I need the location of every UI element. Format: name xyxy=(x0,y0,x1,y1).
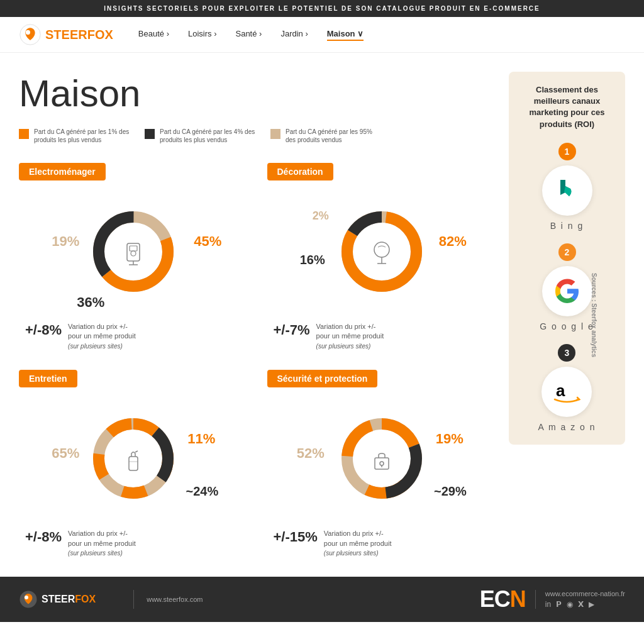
nav-item-jardin[interactable]: Jardin › xyxy=(280,29,308,41)
variation-value-securite: +/-15% xyxy=(274,529,318,545)
page-title: Maison xyxy=(19,72,496,115)
label-65: 65% xyxy=(52,445,79,462)
variation-decoration: +/-7% Variation du prix +/-pour un même … xyxy=(267,322,497,351)
nav-item-maison[interactable]: Maison ∨ xyxy=(327,29,364,41)
label-16: 16% xyxy=(300,253,325,267)
variation-value-electromenager: +/-8% xyxy=(25,322,62,338)
label-29: ~29% xyxy=(434,484,467,499)
youtube-icon[interactable]: ▶ xyxy=(589,600,594,609)
svg-point-10 xyxy=(131,251,136,256)
google-logo xyxy=(542,266,592,316)
footer-divider-1 xyxy=(133,590,134,609)
left-section: Maison Part du CA généré par les 1% des … xyxy=(19,72,496,558)
label-24: ~24% xyxy=(186,484,219,499)
amazon-logo: a xyxy=(541,367,592,417)
legend: Part du CA généré par les 1% des produit… xyxy=(19,128,496,144)
svg-point-1 xyxy=(26,30,30,35)
charts-grid: Electroménager 19% 45% 36% xyxy=(19,163,496,558)
bing-label: B i n g xyxy=(550,221,584,231)
chart-title-decoration: Décoration xyxy=(267,163,333,180)
legend-item-2: Part du CA généré par les 4% des produit… xyxy=(145,128,258,144)
variation-electromenager: +/-8% Variation du prix +/-pour un même … xyxy=(19,322,248,351)
chart-title-electromenager: Electroménager xyxy=(19,163,106,180)
nav-item-beaute[interactable]: Beauté › xyxy=(138,29,169,41)
top-banner: INSIGHTS SECTORIELS POUR EXPLOITER LE PO… xyxy=(0,0,644,17)
legend-text-2: Part du CA généré par les 4% des produit… xyxy=(160,128,258,144)
twitter-icon[interactable]: 𝗫 xyxy=(578,600,584,609)
chart-title-securite: Sécurité et protection xyxy=(267,370,378,387)
ecn-section: ECN xyxy=(480,586,526,613)
nav-item-sante[interactable]: Santé › xyxy=(235,29,262,41)
logo[interactable]: STEERFOX xyxy=(19,23,113,46)
bing-logo xyxy=(542,165,592,216)
securite-icon xyxy=(363,441,401,479)
variation-value-decoration: +/-7% xyxy=(274,322,310,338)
ranking-item-amazon: 3 a A m a z o n xyxy=(538,344,596,432)
nav-menu: Beauté › Loisirs › Santé › Jardin › Mais… xyxy=(138,29,364,41)
rank-badge-1: 1 xyxy=(558,143,576,160)
google-label: G o o g l e xyxy=(540,321,594,331)
ecn-website: www.ecommerce-nation.fr xyxy=(545,590,625,597)
pinterest-icon[interactable]: 𝗣 xyxy=(556,600,562,609)
ranking-item-google: 2 G o o g l e xyxy=(540,243,594,331)
svg-point-33 xyxy=(25,596,28,599)
rank-badge-2: 2 xyxy=(558,243,576,261)
legend-color-dark xyxy=(145,129,155,139)
amazon-label: A m a z o n xyxy=(538,422,596,432)
nav-item-loisirs[interactable]: Loisirs › xyxy=(188,29,217,41)
variation-value-entretien: +/-8% xyxy=(25,529,62,545)
chart-area-electromenager: 19% 45% 36% xyxy=(19,190,248,316)
label-45: 45% xyxy=(194,233,221,250)
footer-logo-text: STEERFOX xyxy=(42,594,96,605)
legend-item-1: Part du CA généré par les 1% des produit… xyxy=(19,128,132,144)
svg-rect-7 xyxy=(130,246,137,251)
legend-text-1: Part du CA généré par les 1% des produit… xyxy=(34,128,132,144)
svg-rect-28 xyxy=(375,458,389,469)
svg-text:a: a xyxy=(556,381,565,400)
footer: STEERFOX www.steerfox.com ECN www.ecomme… xyxy=(0,577,644,622)
label-11: 11% xyxy=(187,431,215,447)
navigation: STEERFOX Beauté › Loisirs › Santé › Jard… xyxy=(0,17,644,53)
chart-area-entretien: 65% 11% ~24% xyxy=(19,397,248,523)
variation-securite: +/-15% Variation du prix +/-pour un même… xyxy=(267,529,497,558)
right-sidebar-wrapper: Classement des meilleurs canaux marketin… xyxy=(509,72,625,558)
rank-badge-3: 3 xyxy=(558,344,575,362)
chart-entretien: Entretien 65% 11% ~24% xyxy=(19,370,248,558)
label-82: 82% xyxy=(439,233,467,250)
footer-website: www.steerfox.com xyxy=(147,596,203,603)
chart-area-securite: 52% 19% ~29% xyxy=(267,397,497,523)
right-sidebar: Classement des meilleurs canaux marketin… xyxy=(509,72,625,445)
variation-text-electromenager: Variation du prix +/-pour un même produi… xyxy=(68,322,136,351)
variation-text-decoration: Variation du prix +/-pour un même produi… xyxy=(316,322,384,351)
chart-title-entretien: Entretien xyxy=(19,370,77,387)
electromenager-icon xyxy=(114,234,152,272)
sidebar-title: Classement des meilleurs canaux marketin… xyxy=(518,84,616,130)
svg-rect-22 xyxy=(129,457,138,470)
chart-securite: Sécurité et protection 52% 19% ~29% xyxy=(267,370,497,558)
svg-point-29 xyxy=(380,462,384,465)
svg-point-15 xyxy=(374,242,389,257)
chart-electromenager: Electroménager 19% 45% 36% xyxy=(19,163,248,351)
linkedin-icon[interactable]: in xyxy=(545,600,551,609)
logo-text: STEERFOX xyxy=(45,28,113,42)
legend-item-3: Part du CA généré par les 95% des produi… xyxy=(270,128,384,144)
chart-area-decoration: 2% 82% 16% xyxy=(267,190,497,316)
legend-text-3: Part du CA généré par les 95% des produi… xyxy=(286,128,384,144)
entretien-icon xyxy=(114,441,152,479)
social-icons: in 𝗣 ◉ 𝗫 ▶ xyxy=(545,600,625,609)
footer-right: ECN www.ecommerce-nation.fr in 𝗣 ◉ 𝗫 ▶ xyxy=(480,586,625,613)
footer-divider-2 xyxy=(535,590,536,609)
ecn-logo: ECN xyxy=(480,586,526,613)
label-36: 36% xyxy=(77,294,104,311)
label-19b: 19% xyxy=(436,431,464,447)
sources-label: Sources : Steerfox analytics xyxy=(591,273,598,357)
label-19: 19% xyxy=(52,233,79,250)
variation-text-securite: Variation du prix +/-pour un même produi… xyxy=(324,529,392,558)
chart-decoration: Décoration 2% 82% 16% xyxy=(267,163,497,351)
footer-left: STEERFOX www.steerfox.com xyxy=(19,590,203,609)
label-2: 2% xyxy=(313,209,329,223)
label-52: 52% xyxy=(297,445,325,462)
instagram-icon[interactable]: ◉ xyxy=(567,600,573,609)
decoration-icon xyxy=(363,234,401,272)
variation-entretien: +/-8% Variation du prix +/-pour un même … xyxy=(19,529,248,558)
